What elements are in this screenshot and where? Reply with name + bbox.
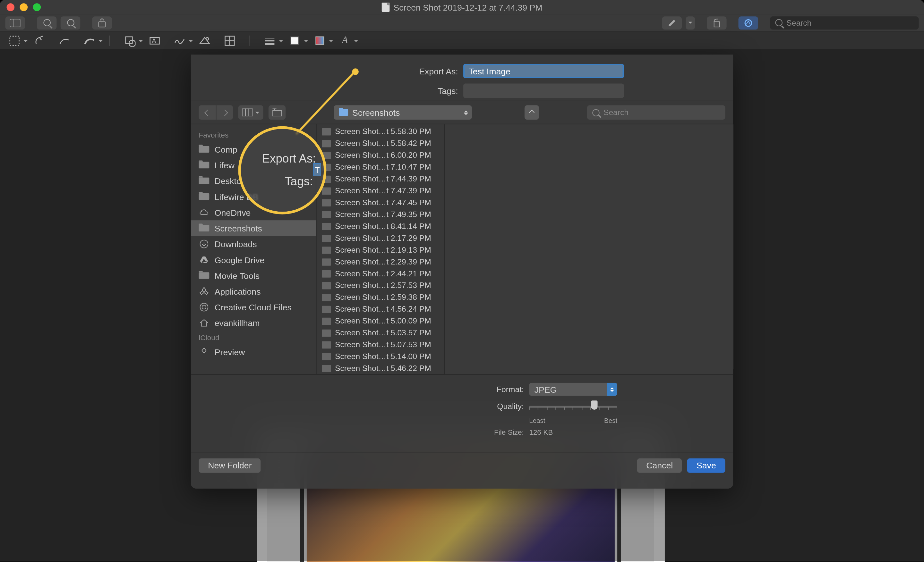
file-column[interactable]: Screen Shot…t 5.58.30 PMScreen Shot…t 5.… — [316, 124, 445, 374]
sheet-search-placeholder: Search — [603, 108, 628, 117]
line-weight-icon[interactable] — [263, 34, 276, 47]
quality-slider[interactable] — [529, 400, 617, 413]
image-file-icon — [322, 211, 331, 218]
text-tool-icon[interactable]: A — [148, 34, 161, 47]
file-item[interactable]: Screen Shot…t 6.00.20 PM — [316, 149, 444, 161]
sidebar-item[interactable]: Applications — [191, 283, 316, 299]
file-name: Screen Shot…t 2.57.53 PM — [335, 281, 439, 290]
search-placeholder: Search — [786, 18, 812, 27]
file-name: Screen Shot…t 2.29.39 PM — [335, 257, 439, 266]
forward-button[interactable] — [216, 105, 233, 120]
file-item[interactable]: Screen Shot…t 5.46.22 PM — [316, 362, 444, 374]
draw-tool-icon[interactable] — [83, 34, 96, 47]
tags-input[interactable] — [463, 84, 624, 98]
share-button[interactable] — [92, 16, 112, 29]
slider-thumb[interactable] — [591, 401, 598, 410]
folder-icon — [199, 272, 209, 279]
sidebar-item[interactable]: Downloads — [191, 236, 316, 252]
quality-best-label: Best — [604, 417, 617, 424]
new-folder-button[interactable]: New Folder — [199, 458, 261, 472]
format-area: Format: JPEG Quality: Least Best — [191, 374, 733, 452]
folder-icon — [199, 178, 209, 184]
sketch-tool-icon[interactable] — [58, 34, 71, 47]
export-sheet: Export As: Test Image Tags: Screenshots — [191, 54, 733, 489]
view-mode-button[interactable] — [238, 105, 263, 120]
export-as-input[interactable]: Test Image — [463, 64, 624, 78]
sign-tool-icon[interactable] — [173, 34, 186, 47]
image-file-icon — [322, 317, 331, 325]
toolbar-search-input[interactable]: Search — [770, 16, 919, 29]
svg-rect-23 — [272, 111, 282, 117]
file-name: Screen Shot…t 5.46.22 PM — [335, 363, 439, 373]
document-icon — [382, 3, 390, 12]
file-item[interactable]: Screen Shot…t 7.44.39 PM — [316, 173, 444, 185]
back-button[interactable] — [199, 105, 216, 120]
folder-icon — [199, 225, 209, 232]
sidebar-item[interactable]: Creative Cloud Files — [191, 299, 316, 315]
border-color-icon[interactable] — [288, 34, 301, 47]
svg-point-28 — [202, 305, 206, 309]
callout-circle: Export As: T Tags: — [238, 126, 327, 214]
file-item[interactable]: Screen Shot…t 5.03.57 PM — [316, 327, 444, 339]
file-item[interactable]: Screen Shot…t 8.41.14 PM — [316, 220, 444, 232]
adjust-color-icon[interactable] — [198, 34, 211, 47]
filesize-label: File Size: — [307, 428, 524, 436]
file-name: Screen Shot…t 4.56.24 PM — [335, 305, 439, 314]
markup-button[interactable] — [738, 16, 759, 29]
sidebar-toggle-button[interactable] — [5, 16, 25, 29]
file-item[interactable]: Screen Shot…t 7.10.47 PM — [316, 161, 444, 173]
file-item[interactable]: Screen Shot…t 4.56.24 PM — [316, 303, 444, 315]
file-name: Screen Shot…t 2.17.29 PM — [335, 233, 439, 243]
text-style-icon[interactable]: A — [338, 34, 351, 47]
edit-button[interactable] — [662, 16, 682, 29]
image-file-icon — [322, 246, 331, 254]
preview-column — [445, 124, 733, 374]
sidebar-item[interactable]: Screenshots — [191, 220, 316, 236]
file-item[interactable]: Screen Shot…t 2.59.38 PM — [316, 291, 444, 303]
window-title-text: Screen Shot 2019-12-12 at 7.44.39 PM — [393, 2, 542, 12]
fill-color-icon[interactable] — [313, 34, 326, 47]
zoom-in-button[interactable] — [61, 16, 81, 29]
search-icon — [775, 19, 783, 26]
sidebar-item[interactable]: Movie Tools — [191, 268, 316, 283]
file-item[interactable]: Screen Shot…t 7.47.39 PM — [316, 185, 444, 197]
sheet-search-input[interactable]: Search — [587, 105, 725, 120]
collapse-button[interactable] — [524, 105, 538, 120]
titlebar: Screen Shot 2019-12-12 at 7.44.39 PM — [0, 0, 924, 15]
file-name: Screen Shot…t 7.47.39 PM — [335, 186, 439, 196]
sidebar-item[interactable]: Preview — [191, 344, 316, 360]
file-item[interactable]: Screen Shot…t 2.17.29 PM — [316, 232, 444, 244]
quality-label: Quality: — [307, 402, 524, 411]
sidebar-item[interactable]: evankillham — [191, 315, 316, 331]
instant-alpha-icon[interactable] — [33, 34, 46, 47]
edit-menu-button[interactable] — [686, 16, 695, 29]
file-item[interactable]: Screen Shot…t 2.29.39 PM — [316, 256, 444, 268]
file-item[interactable]: Screen Shot…t 2.19.13 PM — [316, 244, 444, 256]
file-name: Screen Shot…t 2.44.21 PM — [335, 269, 439, 278]
file-name: Screen Shot…t 8.41.14 PM — [335, 221, 439, 231]
sidebar-item-label: Lifew — [214, 160, 234, 170]
file-item[interactable]: Screen Shot…t 5.14.00 PM — [316, 350, 444, 362]
file-name: Screen Shot…t 5.07.53 PM — [335, 340, 439, 350]
svg-rect-19 — [316, 37, 324, 45]
rotate-button[interactable] — [707, 16, 727, 29]
zoom-out-button[interactable] — [37, 16, 57, 29]
image-file-icon — [322, 270, 331, 277]
image-file-icon — [322, 223, 331, 230]
file-item[interactable]: Screen Shot…t 2.57.53 PM — [316, 280, 444, 291]
file-item[interactable]: Screen Shot…t 5.00.09 PM — [316, 315, 444, 327]
file-item[interactable]: Screen Shot…t 5.07.53 PM — [316, 339, 444, 350]
cancel-button[interactable]: Cancel — [637, 458, 682, 472]
svg-rect-18 — [291, 37, 299, 45]
shapes-tool-icon[interactable] — [123, 34, 136, 47]
format-popup[interactable]: JPEG — [529, 383, 617, 396]
file-item[interactable]: Screen Shot…t 2.44.21 PM — [316, 268, 444, 280]
selection-tool-icon[interactable] — [8, 34, 21, 47]
save-button[interactable]: Save — [687, 458, 725, 472]
file-item[interactable]: Screen Shot…t 7.49.35 PM — [316, 208, 444, 220]
file-item[interactable]: Screen Shot…t 7.47.45 PM — [316, 197, 444, 208]
file-name: Screen Shot…t 2.19.13 PM — [335, 245, 439, 254]
adjust-size-icon[interactable] — [223, 34, 236, 47]
sidebar-item[interactable]: Google Drive — [191, 252, 316, 268]
svg-point-11 — [206, 37, 208, 40]
